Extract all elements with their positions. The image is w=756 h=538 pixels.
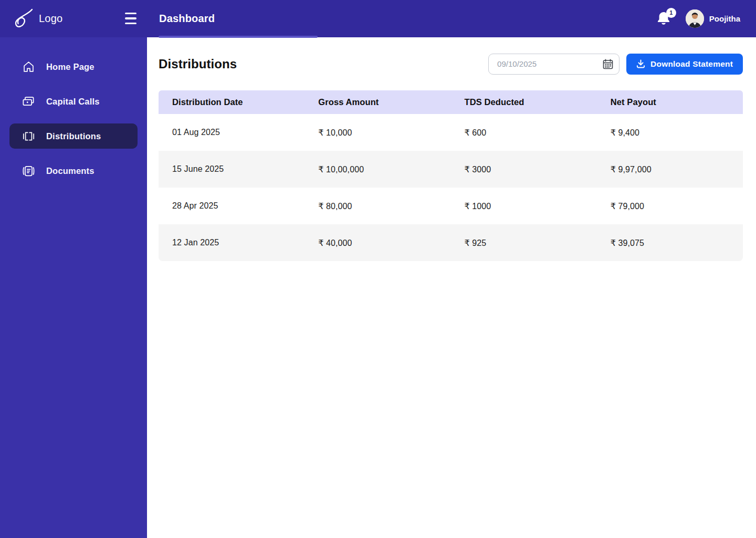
avatar[interactable] <box>686 9 704 28</box>
cell-net-payout: ₹ 9,400 <box>597 128 743 138</box>
cell-distribution-date: 28 Apr 2025 <box>159 201 304 211</box>
table-row: 15 June 2025 ₹ 10,00,000 ₹ 3000 ₹ 9,97,0… <box>159 151 743 188</box>
sidebar-item-label: Distributions <box>46 131 101 141</box>
document-icon <box>21 163 36 178</box>
active-tab-indicator <box>159 36 318 38</box>
notifications-button[interactable]: 1 <box>656 10 673 28</box>
sidebar-item-label: Documents <box>46 166 94 176</box>
cell-tds-deducted: ₹ 600 <box>451 128 597 138</box>
column-header-gross-amount: Gross Amount <box>304 97 450 107</box>
table-row: 12 Jan 2025 ₹ 40,000 ₹ 925 ₹ 39,075 <box>159 224 743 261</box>
download-icon <box>636 59 645 68</box>
table-row: 28 Apr 2025 ₹ 80,000 ₹ 1000 ₹ 79,000 <box>159 188 743 224</box>
home-icon <box>21 59 36 74</box>
cell-gross-amount: ₹ 40,000 <box>304 238 450 248</box>
top-bar: Logo Dashboard 1 Po <box>0 0 756 37</box>
cell-gross-amount: ₹ 80,000 <box>304 201 450 211</box>
avatar-photo <box>686 9 704 28</box>
cell-distribution-date: 15 June 2025 <box>159 164 304 174</box>
cell-tds-deducted: ₹ 3000 <box>451 164 597 174</box>
page-breadcrumb-title: Dashboard <box>159 13 215 25</box>
cell-net-payout: ₹ 79,000 <box>597 201 743 211</box>
table-body: 01 Aug 2025 ₹ 10,000 ₹ 600 ₹ 9,400 15 Ju… <box>159 114 743 261</box>
sidebar-item-label: Capital Calls <box>46 97 100 107</box>
distributions-table: Distribution Date Gross Amount TDS Deduc… <box>159 90 743 261</box>
download-statement-button[interactable]: Download Statement <box>626 54 743 75</box>
user-name: Poojitha <box>709 14 740 23</box>
sidebar-item-capital-calls[interactable]: Capital Calls <box>9 89 138 114</box>
logo-text: Logo <box>39 13 62 25</box>
sidebar: Home Page Capital Calls D <box>0 37 147 538</box>
date-field <box>488 54 620 75</box>
cell-net-payout: ₹ 9,97,000 <box>597 164 743 174</box>
menu-toggle-icon[interactable] <box>125 13 139 24</box>
cell-tds-deducted: ₹ 1000 <box>451 201 597 211</box>
column-header-tds-deducted: TDS Deducted <box>451 97 597 107</box>
column-header-net-payout: Net Payout <box>597 97 743 107</box>
sidebar-item-home-page[interactable]: Home Page <box>9 54 138 79</box>
table-header-row: Distribution Date Gross Amount TDS Deduc… <box>159 90 743 114</box>
page-controls: Download Statement <box>488 54 743 75</box>
logo-zone: Logo <box>0 0 147 37</box>
cell-distribution-date: 12 Jan 2025 <box>159 238 304 247</box>
date-input[interactable] <box>488 54 620 75</box>
distribution-icon <box>21 129 36 143</box>
sidebar-item-documents[interactable]: Documents <box>9 158 138 183</box>
cell-net-payout: ₹ 39,075 <box>597 238 743 248</box>
download-button-label: Download Statement <box>650 59 733 69</box>
main-content: Distributions <box>147 37 756 538</box>
cell-gross-amount: ₹ 10,00,000 <box>304 164 450 174</box>
cell-distribution-date: 01 Aug 2025 <box>159 128 304 137</box>
column-header-distribution-date: Distribution Date <box>159 97 304 107</box>
topbar-right: 1 Poojitha <box>656 9 756 28</box>
sidebar-item-distributions[interactable]: Distributions <box>9 123 138 149</box>
sidebar-item-label: Home Page <box>46 62 94 72</box>
calendar-icon[interactable] <box>603 59 613 69</box>
notification-count-badge: 1 <box>666 8 676 18</box>
app-window: Logo Dashboard 1 Po <box>0 0 756 538</box>
logo-icon <box>13 7 35 32</box>
cell-gross-amount: ₹ 10,000 <box>304 128 450 138</box>
page-title: Distributions <box>159 57 237 71</box>
page-header: Distributions <box>159 37 743 90</box>
cell-tds-deducted: ₹ 925 <box>451 238 597 248</box>
cash-icon <box>21 94 36 109</box>
table-row: 01 Aug 2025 ₹ 10,000 ₹ 600 ₹ 9,400 <box>159 114 743 151</box>
